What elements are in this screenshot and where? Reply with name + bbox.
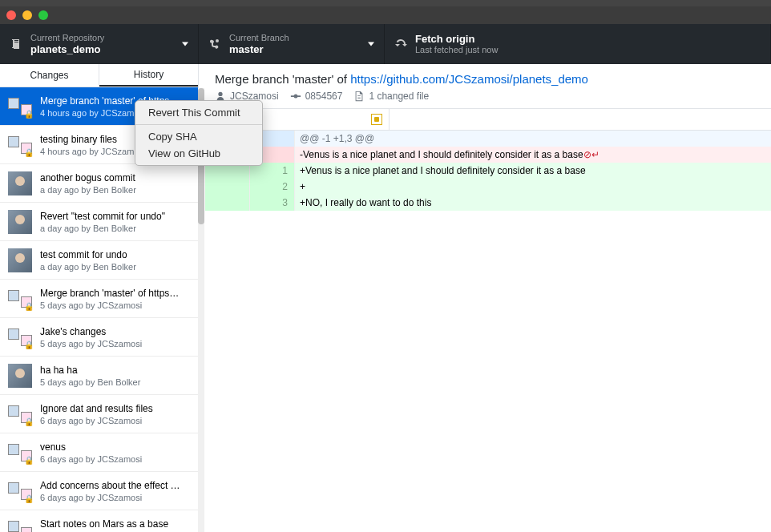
commit-item-title: venus [40, 441, 190, 453]
merge-avatar-icon: 🔒 [8, 98, 32, 115]
current-branch-dropdown[interactable]: Current Branch master [199, 24, 385, 64]
browser-chrome [0, 0, 771, 6]
no-newline-icon: ⊘↵ [583, 149, 599, 160]
commit-item-meta: 6 days ago by JCSzamosi [40, 454, 190, 464]
commit-item-title: another bogus commit [40, 172, 190, 183]
diff-view: @@ -1 +1,3 @@ 1 -Venus is a nice planet … [205, 131, 771, 532]
commit-item-meta: a day ago by Ben Bolker [40, 185, 190, 195]
commit-item-meta: 5 days ago by Ben Bolker [40, 377, 190, 387]
branch-icon [208, 38, 221, 50]
merge-avatar-icon: 🔒 [8, 482, 32, 500]
sync-icon [394, 38, 407, 50]
window-minimize-button[interactable] [22, 10, 32, 20]
commit-list-item[interactable]: 🔒Start notes on Mars as a base6 days ago… [0, 510, 198, 532]
commit-list-item[interactable]: Revert "test commit for undo"a day ago b… [0, 203, 198, 241]
fetch-origin-button[interactable]: Fetch origin Last fetched just now [385, 24, 771, 64]
commit-item-meta: a day ago by Ben Bolker [40, 262, 190, 272]
branch-name: master [229, 43, 289, 56]
commit-context-menu: Revert This Commit Copy SHA View on GitH… [135, 100, 263, 166]
commit-list-item[interactable]: another bogus commita day ago by Ben Bol… [0, 164, 198, 203]
merge-avatar-icon: 🔒 [8, 444, 32, 461]
commit-item-title: Merge branch 'master' of https… [40, 288, 190, 299]
chevron-down-icon [182, 42, 188, 46]
commit-item-meta: 5 days ago by JCSzamosi [40, 339, 190, 349]
commit-list-item[interactable]: 🔒Jake's changes5 days ago by JCSzamosi [0, 318, 198, 357]
diff-add-text: +Venus is a nice planet and I should def… [295, 163, 771, 179]
fetch-status: Last fetched just now [415, 45, 498, 55]
window-close-button[interactable] [6, 10, 16, 20]
hunk-text: @@ -1 +1,3 @@ [295, 131, 771, 147]
repo-label: Current Repository [30, 33, 104, 43]
commit-metadata: JCSzamosi 0854567 1 changed file [205, 91, 771, 108]
user-avatar-icon [8, 171, 32, 195]
commit-list-item[interactable]: test commit for undoa day ago by Ben Bol… [0, 241, 198, 280]
file-header-bar [205, 108, 771, 131]
diff-hunk-header: @@ -1 +1,3 @@ [205, 131, 771, 147]
sha-value: 0854567 [305, 91, 343, 102]
merge-avatar-icon: 🔒 [8, 521, 32, 533]
diff-line-added: 3 +NO, I really do want to do this [205, 195, 771, 211]
commit-item-title: Jake's changes [40, 326, 190, 337]
merge-avatar-icon: 🔒 [8, 405, 32, 423]
commit-title: Merge branch 'master' of https://github.… [205, 64, 771, 91]
chevron-down-icon [368, 42, 374, 46]
tab-changes[interactable]: Changes [0, 64, 99, 87]
commit-item-meta: 5 days ago by JCSzamosi [40, 300, 190, 310]
user-avatar-icon [8, 210, 32, 234]
menu-separator [135, 124, 262, 125]
gutter-new: 2 [250, 179, 295, 195]
merge-avatar-icon: 🔒 [8, 328, 32, 346]
diff-icon [353, 91, 365, 102]
commit-detail: Merge branch 'master' of https://github.… [205, 64, 771, 532]
diff-add-text: +NO, I really do want to do this [295, 195, 771, 211]
app-body: Changes History 🔒Merge branch 'master' o… [0, 64, 771, 532]
window-titlebar [0, 6, 771, 24]
file-right-pane [390, 109, 771, 130]
commit-title-link[interactable]: https://github.com/JCSzamosi/planets_dem… [350, 72, 588, 86]
menu-revert-commit[interactable]: Revert This Commit [135, 104, 262, 121]
menu-copy-sha[interactable]: Copy SHA [135, 128, 262, 145]
tab-history[interactable]: History [99, 64, 198, 87]
app-toolbar: Current Repository planets_demo Current … [0, 24, 771, 64]
commit-item-title: Start notes on Mars as a base [40, 518, 190, 530]
commit-item-title: ha ha ha [40, 365, 190, 376]
menu-view-on-github[interactable]: View on GitHub [135, 145, 262, 162]
commit-item-meta: 6 days ago by JCSzamosi [40, 493, 190, 502]
gutter-new: 3 [250, 195, 295, 211]
merge-avatar-icon: 🔒 [8, 290, 32, 308]
commit-item-meta: 6 days ago by JCSzamosi [40, 416, 190, 425]
user-avatar-icon [8, 248, 32, 272]
diff-line-added: 1 +Venus is a nice planet and I should d… [205, 163, 771, 179]
commit-icon [290, 91, 301, 102]
commit-list-item[interactable]: 🔒venus6 days ago by JCSzamosi [0, 433, 198, 472]
modified-badge-icon [371, 114, 382, 125]
user-avatar-icon [8, 364, 32, 388]
commit-title-prefix: Merge branch 'master' of [215, 72, 350, 86]
diff-del-text: -Venus is a nice planet and I should def… [300, 149, 583, 160]
commit-item-meta: a day ago by Ben Bolker [40, 224, 190, 233]
files-changed: 1 changed file [353, 91, 429, 102]
fetch-label: Fetch origin [415, 33, 498, 46]
merge-avatar-icon: 🔒 [8, 136, 32, 154]
commit-list-item[interactable]: 🔒Add concerns about the effect …6 days a… [0, 472, 198, 510]
commit-item-title: Ignore dat and results files [40, 403, 190, 414]
branch-label: Current Branch [229, 33, 289, 43]
commit-item-title: test commit for undo [40, 249, 190, 260]
commit-list-item[interactable]: 🔒Merge branch 'master' of https…5 days a… [0, 280, 198, 318]
commit-list-item[interactable]: 🔒Ignore dat and results files6 days ago … [0, 395, 198, 433]
commit-sha: 0854567 [290, 91, 343, 102]
files-changed-count: 1 changed file [369, 91, 429, 102]
sidebar-tabs: Changes History [0, 64, 198, 87]
commit-list-item[interactable]: ha ha ha5 days ago by Ben Bolker [0, 357, 198, 395]
repo-icon [10, 38, 22, 50]
current-repo-dropdown[interactable]: Current Repository planets_demo [0, 24, 199, 64]
window-maximize-button[interactable] [38, 10, 48, 20]
diff-line-added: 2 + [205, 179, 771, 195]
repo-name: planets_demo [30, 43, 104, 56]
diff-line-deleted: 1 -Venus is a nice planet and I should d… [205, 147, 771, 163]
commit-item-title: Revert "test commit for undo" [40, 211, 190, 222]
commit-item-title: Add concerns about the effect … [40, 480, 190, 491]
diff-add-text: + [295, 179, 771, 195]
